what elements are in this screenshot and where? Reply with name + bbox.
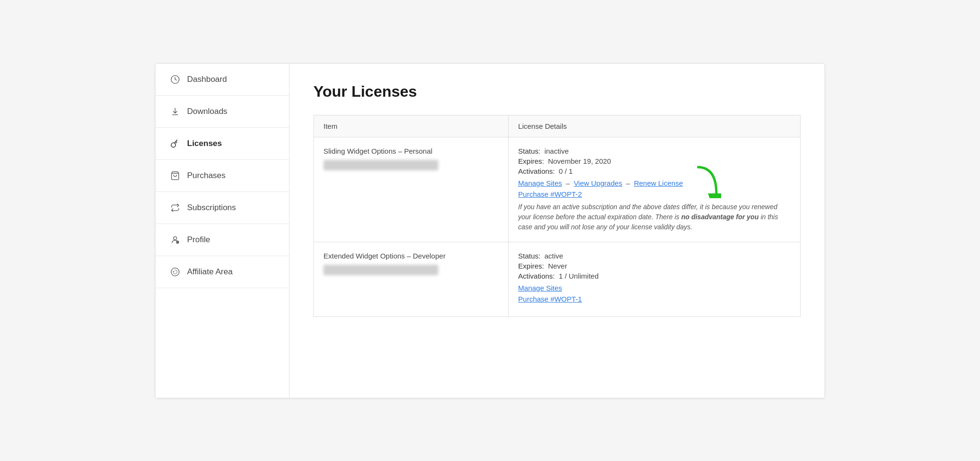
col-header-details: License Details [508, 115, 800, 137]
details-cell-1: Status: inactive Expires: November 19, 2… [508, 137, 800, 242]
sidebar-item-affiliate[interactable]: Affiliate Area [156, 256, 289, 288]
note-bold-1: no disadvantage for you [681, 213, 759, 221]
purchase-link-2[interactable]: Purchase #WOPT-1 [518, 295, 791, 303]
activations-line-2: Activations: 1 / Unlimited [518, 272, 791, 280]
license-links-2: Manage Sites [518, 284, 791, 292]
sidebar-item-dashboard[interactable]: Dashboard [156, 64, 289, 96]
license-key-blur-1 [323, 160, 438, 170]
downloads-icon [170, 106, 180, 117]
status-line-2: Status: active [518, 252, 791, 260]
item-cell-2: Extended Widget Options – Developer [314, 242, 509, 316]
licenses-table: Item License Details Sliding Widget Opti… [313, 115, 801, 317]
profile-icon [170, 235, 180, 245]
item-name-2: Extended Widget Options – Developer [323, 252, 499, 260]
svg-point-1 [171, 143, 176, 147]
page-title: Your Licenses [313, 83, 801, 101]
sidebar-label-affiliate: Affiliate Area [187, 267, 233, 277]
sidebar-item-subscriptions[interactable]: Subscriptions [156, 192, 289, 224]
renew-license-container: Renew License [634, 179, 683, 187]
sidebar-item-purchases[interactable]: Purchases [156, 160, 289, 192]
license-key-blur-2 [323, 265, 438, 275]
subscriptions-icon [170, 202, 180, 213]
table-row: Sliding Widget Options – Personal Status… [314, 137, 801, 242]
item-cell-1: Sliding Widget Options – Personal [314, 137, 509, 242]
sidebar-item-licenses[interactable]: Licenses [156, 128, 289, 160]
sidebar-item-profile[interactable]: Profile [156, 224, 289, 256]
view-upgrades-link-1[interactable]: View Upgrades [574, 179, 622, 187]
licenses-icon [170, 138, 180, 149]
purchases-icon [170, 170, 180, 181]
renew-license-link-1[interactable]: Renew License [634, 179, 683, 187]
note-text-1: If you have an active subscription and t… [518, 202, 791, 232]
details-cell-2: Status: active Expires: Never Activation… [508, 242, 800, 316]
dashboard-icon [170, 74, 180, 85]
manage-sites-link-1[interactable]: Manage Sites [518, 179, 562, 187]
table-row: Extended Widget Options – Developer Stat… [314, 242, 801, 316]
activations-line-1: Activations: 0 / 1 [518, 167, 791, 175]
main-content: Your Licenses Item License Details Slidi… [290, 64, 824, 398]
sidebar: Dashboard Downloads Licenses [156, 64, 290, 398]
sidebar-label-subscriptions: Subscriptions [187, 203, 236, 213]
status-line-1: Status: inactive [518, 147, 791, 155]
green-arrow-icon [692, 165, 721, 198]
svg-point-3 [174, 236, 177, 240]
sidebar-label-profile: Profile [187, 235, 210, 245]
sidebar-label-downloads: Downloads [187, 107, 227, 116]
expires-line-2: Expires: Never [518, 262, 791, 270]
affiliate-icon [170, 267, 180, 277]
sidebar-item-downloads[interactable]: Downloads [156, 96, 289, 128]
sidebar-label-dashboard: Dashboard [187, 75, 227, 84]
sidebar-label-licenses: Licenses [187, 139, 222, 148]
manage-sites-link-2[interactable]: Manage Sites [518, 284, 562, 292]
purchase-link-1[interactable]: Purchase #WOPT-2 [518, 190, 791, 198]
sidebar-label-purchases: Purchases [187, 171, 225, 180]
license-links-1: Manage Sites – View Upgrades – Renew Lic… [518, 179, 791, 187]
col-header-item: Item [314, 115, 509, 137]
expires-line-1: Expires: November 19, 2020 [518, 157, 791, 165]
item-name-1: Sliding Widget Options – Personal [323, 147, 499, 155]
